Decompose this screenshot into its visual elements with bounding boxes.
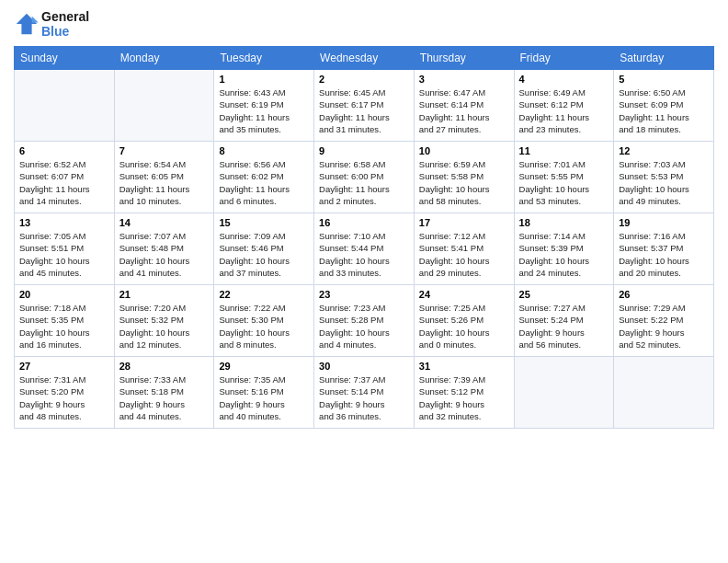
day-cell: 3Sunrise: 6:47 AMSunset: 6:14 PMDaylight… bbox=[414, 70, 514, 142]
day-number: 18 bbox=[519, 217, 609, 228]
day-info: Sunrise: 7:33 AMSunset: 5:18 PMDaylight:… bbox=[119, 373, 210, 422]
day-cell bbox=[15, 70, 115, 142]
day-cell: 2Sunrise: 6:45 AMSunset: 6:17 PMDaylight… bbox=[314, 70, 415, 142]
day-cell: 5Sunrise: 6:50 AMSunset: 6:09 PMDaylight… bbox=[614, 70, 714, 142]
logo-text: General Blue bbox=[41, 9, 89, 39]
day-number: 24 bbox=[419, 289, 509, 300]
day-info: Sunrise: 7:07 AMSunset: 5:48 PMDaylight:… bbox=[119, 230, 210, 279]
svg-marker-1 bbox=[32, 17, 39, 23]
day-info: Sunrise: 6:54 AMSunset: 6:05 PMDaylight:… bbox=[119, 158, 210, 207]
day-info: Sunrise: 7:01 AMSunset: 5:55 PMDaylight:… bbox=[519, 158, 609, 207]
week-row-5: 27Sunrise: 7:31 AMSunset: 5:20 PMDayligh… bbox=[15, 357, 714, 429]
logo-icon bbox=[14, 11, 40, 37]
day-cell: 24Sunrise: 7:25 AMSunset: 5:26 PMDayligh… bbox=[414, 285, 514, 357]
calendar-table: SundayMondayTuesdayWednesdayThursdayFrid… bbox=[14, 46, 714, 429]
day-cell: 30Sunrise: 7:37 AMSunset: 5:14 PMDayligh… bbox=[314, 357, 415, 429]
day-cell: 7Sunrise: 6:54 AMSunset: 6:05 PMDaylight… bbox=[114, 142, 214, 213]
day-number: 6 bbox=[19, 145, 109, 156]
day-cell: 21Sunrise: 7:20 AMSunset: 5:32 PMDayligh… bbox=[114, 285, 214, 357]
day-info: Sunrise: 7:14 AMSunset: 5:39 PMDaylight:… bbox=[519, 230, 609, 279]
day-cell: 13Sunrise: 7:05 AMSunset: 5:51 PMDayligh… bbox=[15, 213, 115, 285]
day-cell: 22Sunrise: 7:22 AMSunset: 5:30 PMDayligh… bbox=[214, 285, 314, 357]
day-number: 27 bbox=[19, 361, 109, 372]
day-cell: 1Sunrise: 6:43 AMSunset: 6:19 PMDaylight… bbox=[214, 70, 314, 142]
day-cell: 28Sunrise: 7:33 AMSunset: 5:18 PMDayligh… bbox=[114, 357, 214, 429]
day-cell: 27Sunrise: 7:31 AMSunset: 5:20 PMDayligh… bbox=[15, 357, 115, 429]
day-header-saturday: Saturday bbox=[614, 47, 714, 70]
day-number: 5 bbox=[619, 74, 709, 85]
day-info: Sunrise: 6:47 AMSunset: 6:14 PMDaylight:… bbox=[419, 86, 509, 135]
week-row-3: 13Sunrise: 7:05 AMSunset: 5:51 PMDayligh… bbox=[15, 213, 714, 285]
day-info: Sunrise: 6:58 AMSunset: 6:00 PMDaylight:… bbox=[319, 158, 409, 207]
header: General Blue bbox=[14, 9, 714, 39]
day-cell: 14Sunrise: 7:07 AMSunset: 5:48 PMDayligh… bbox=[114, 213, 214, 285]
day-number: 19 bbox=[619, 217, 709, 228]
day-cell bbox=[614, 357, 714, 429]
day-info: Sunrise: 7:22 AMSunset: 5:30 PMDaylight:… bbox=[219, 302, 309, 350]
day-cell: 20Sunrise: 7:18 AMSunset: 5:35 PMDayligh… bbox=[15, 285, 115, 357]
week-row-1: 1Sunrise: 6:43 AMSunset: 6:19 PMDaylight… bbox=[15, 70, 714, 142]
day-number: 17 bbox=[419, 217, 509, 228]
day-info: Sunrise: 7:35 AMSunset: 5:16 PMDaylight:… bbox=[219, 373, 309, 422]
day-number: 23 bbox=[319, 289, 409, 300]
day-info: Sunrise: 7:27 AMSunset: 5:24 PMDaylight:… bbox=[519, 302, 609, 350]
day-info: Sunrise: 7:03 AMSunset: 5:53 PMDaylight:… bbox=[619, 158, 709, 207]
day-number: 15 bbox=[219, 217, 309, 228]
day-info: Sunrise: 7:31 AMSunset: 5:20 PMDaylight:… bbox=[19, 373, 109, 422]
day-number: 16 bbox=[319, 217, 409, 228]
day-number: 31 bbox=[419, 361, 509, 372]
day-cell: 15Sunrise: 7:09 AMSunset: 5:46 PMDayligh… bbox=[214, 213, 314, 285]
day-info: Sunrise: 6:45 AMSunset: 6:17 PMDaylight:… bbox=[319, 86, 409, 135]
day-cell bbox=[514, 357, 614, 429]
svg-marker-0 bbox=[17, 14, 37, 34]
day-number: 22 bbox=[219, 289, 309, 300]
logo: General Blue bbox=[14, 9, 89, 39]
day-info: Sunrise: 6:43 AMSunset: 6:19 PMDaylight:… bbox=[219, 86, 309, 135]
day-number: 21 bbox=[119, 289, 210, 300]
day-info: Sunrise: 6:49 AMSunset: 6:12 PMDaylight:… bbox=[519, 86, 609, 135]
day-cell: 29Sunrise: 7:35 AMSunset: 5:16 PMDayligh… bbox=[214, 357, 314, 429]
day-number: 10 bbox=[419, 145, 509, 156]
week-row-4: 20Sunrise: 7:18 AMSunset: 5:35 PMDayligh… bbox=[15, 285, 714, 357]
day-number: 20 bbox=[19, 289, 109, 300]
day-cell: 6Sunrise: 6:52 AMSunset: 6:07 PMDaylight… bbox=[15, 142, 115, 213]
day-number: 25 bbox=[519, 289, 609, 300]
day-number: 12 bbox=[619, 145, 709, 156]
day-cell: 25Sunrise: 7:27 AMSunset: 5:24 PMDayligh… bbox=[514, 285, 614, 357]
day-cell: 16Sunrise: 7:10 AMSunset: 5:44 PMDayligh… bbox=[314, 213, 415, 285]
day-info: Sunrise: 7:20 AMSunset: 5:32 PMDaylight:… bbox=[119, 302, 210, 350]
day-cell: 23Sunrise: 7:23 AMSunset: 5:28 PMDayligh… bbox=[314, 285, 415, 357]
day-number: 3 bbox=[419, 74, 509, 85]
day-number: 4 bbox=[519, 74, 609, 85]
day-info: Sunrise: 7:37 AMSunset: 5:14 PMDaylight:… bbox=[319, 373, 409, 422]
day-info: Sunrise: 6:59 AMSunset: 5:58 PMDaylight:… bbox=[419, 158, 509, 207]
day-info: Sunrise: 7:10 AMSunset: 5:44 PMDaylight:… bbox=[319, 230, 409, 279]
day-cell: 4Sunrise: 6:49 AMSunset: 6:12 PMDaylight… bbox=[514, 70, 614, 142]
day-info: Sunrise: 6:52 AMSunset: 6:07 PMDaylight:… bbox=[19, 158, 109, 207]
day-cell: 9Sunrise: 6:58 AMSunset: 6:00 PMDaylight… bbox=[314, 142, 415, 213]
day-number: 29 bbox=[219, 361, 309, 372]
day-cell: 26Sunrise: 7:29 AMSunset: 5:22 PMDayligh… bbox=[614, 285, 714, 357]
calendar-header-row: SundayMondayTuesdayWednesdayThursdayFrid… bbox=[15, 47, 714, 70]
day-cell: 8Sunrise: 6:56 AMSunset: 6:02 PMDaylight… bbox=[214, 142, 314, 213]
day-info: Sunrise: 6:56 AMSunset: 6:02 PMDaylight:… bbox=[219, 158, 309, 207]
day-info: Sunrise: 7:29 AMSunset: 5:22 PMDaylight:… bbox=[619, 302, 709, 350]
day-number: 2 bbox=[319, 74, 409, 85]
day-number: 14 bbox=[119, 217, 210, 228]
day-header-friday: Friday bbox=[514, 47, 614, 70]
day-header-monday: Monday bbox=[114, 47, 214, 70]
day-cell: 17Sunrise: 7:12 AMSunset: 5:41 PMDayligh… bbox=[414, 213, 514, 285]
day-number: 13 bbox=[19, 217, 109, 228]
day-header-wednesday: Wednesday bbox=[314, 47, 415, 70]
week-row-2: 6Sunrise: 6:52 AMSunset: 6:07 PMDaylight… bbox=[15, 142, 714, 213]
day-cell: 11Sunrise: 7:01 AMSunset: 5:55 PMDayligh… bbox=[514, 142, 614, 213]
day-info: Sunrise: 7:18 AMSunset: 5:35 PMDaylight:… bbox=[19, 302, 109, 350]
day-cell: 10Sunrise: 6:59 AMSunset: 5:58 PMDayligh… bbox=[414, 142, 514, 213]
day-number: 26 bbox=[619, 289, 709, 300]
day-cell: 12Sunrise: 7:03 AMSunset: 5:53 PMDayligh… bbox=[614, 142, 714, 213]
page: General Blue SundayMondayTuesdayWednesda… bbox=[0, 0, 728, 563]
day-number: 9 bbox=[319, 145, 409, 156]
day-number: 8 bbox=[219, 145, 309, 156]
day-number: 1 bbox=[219, 74, 309, 85]
day-info: Sunrise: 7:09 AMSunset: 5:46 PMDaylight:… bbox=[219, 230, 309, 279]
